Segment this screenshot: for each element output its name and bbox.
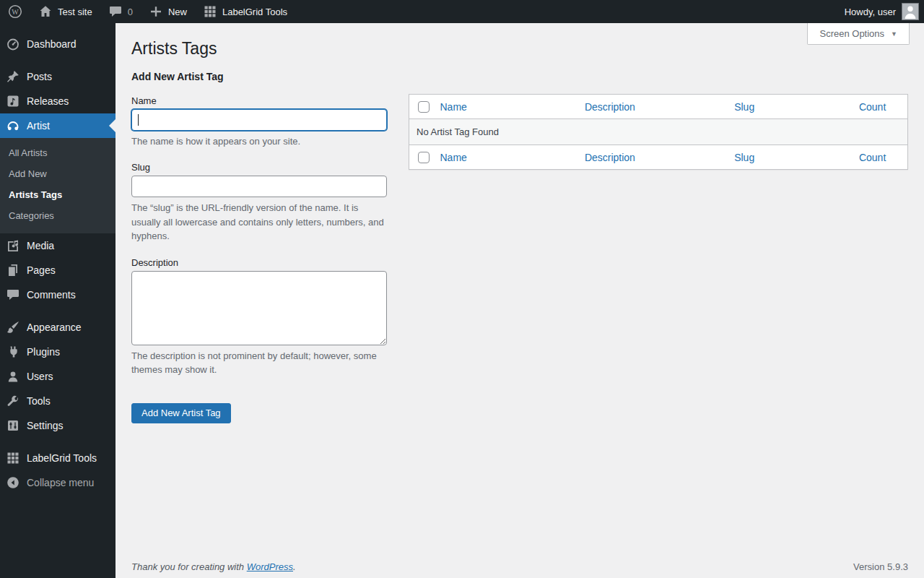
media-icon: [6, 238, 20, 253]
column-header-count: Count: [852, 145, 908, 170]
pin-icon: [6, 69, 20, 84]
wordpress-link[interactable]: WordPress: [247, 561, 293, 572]
sidebar-item-settings[interactable]: Settings: [0, 413, 116, 438]
column-header-description: Description: [578, 94, 727, 118]
account-menu[interactable]: Howdy, user: [845, 0, 924, 23]
plus-icon: [149, 4, 163, 19]
sidebar-item-appearance[interactable]: Appearance: [0, 315, 116, 340]
menu-separator: [0, 56, 116, 64]
appearance-icon: [6, 320, 20, 335]
sidebar-item-posts[interactable]: Posts: [0, 64, 116, 89]
select-all-checkbox[interactable]: [418, 101, 430, 113]
slug-input[interactable]: [131, 176, 387, 197]
sidebar-item-comments[interactable]: Comments: [0, 282, 116, 307]
chevron-down-icon: ▼: [891, 30, 897, 38]
tags-table-container: NameDescriptionSlugCountNo Artist Tag Fo…: [409, 71, 908, 423]
select-all-cell: [409, 145, 433, 170]
wordpress-icon: W: [8, 4, 22, 19]
sidebar-submenu: All ArtistsAdd NewArtists TagsCategories: [0, 138, 116, 233]
form-heading: Add New Artist Tag: [131, 71, 387, 82]
sidebar-item-tools[interactable]: Tools: [0, 389, 116, 413]
column-header-slug: Slug: [727, 145, 852, 170]
sidebar-item-pages[interactable]: Pages: [0, 258, 116, 282]
add-new-artist-tag-button[interactable]: Add New Artist Tag: [131, 403, 231, 423]
table-foot-row: NameDescriptionSlugCount: [409, 145, 908, 170]
tags-table: NameDescriptionSlugCountNo Artist Tag Fo…: [409, 94, 908, 171]
page-columns: Add New Artist Tag Name The name is how …: [131, 71, 908, 423]
admin-sidebar: DashboardPostsReleasesArtistAll ArtistsA…: [0, 23, 116, 578]
howdy-text: Howdy, user: [845, 7, 896, 17]
select-all-cell: [409, 94, 433, 118]
plugins-icon: [6, 345, 20, 359]
description-field-group: Description The description is not promi…: [131, 257, 387, 377]
sidebar-item-dashboard[interactable]: Dashboard: [0, 32, 116, 56]
comment-icon: [108, 4, 123, 19]
sidebar-item-collapse-menu[interactable]: Collapse menu: [0, 470, 116, 495]
select-all-checkbox[interactable]: [418, 152, 430, 163]
sidebar-item-releases[interactable]: Releases: [0, 89, 116, 113]
name-field-group: Name The name is how it appears on your …: [131, 95, 387, 149]
comment-icon: [6, 288, 20, 302]
admin-footer: Thank you for creating with WordPress. V…: [131, 561, 908, 572]
adminbar-new-content[interactable]: New: [141, 0, 195, 23]
name-help-text: The name is how it appears on your site.: [131, 134, 387, 149]
column-header-count: Count: [852, 94, 908, 118]
column-header-name: Name: [433, 94, 578, 118]
sidebar-item-media[interactable]: Media: [0, 233, 116, 258]
home-icon: [38, 4, 53, 19]
headphones-icon: [6, 118, 20, 133]
sidebar-subitem-categories[interactable]: Categories: [0, 205, 116, 226]
footer-thanks: Thank you for creating with WordPress.: [131, 561, 296, 572]
screen-options-button[interactable]: Screen Options ▼: [807, 23, 910, 45]
column-header-description: Description: [578, 145, 727, 170]
slug-label: Slug: [131, 162, 387, 173]
name-input[interactable]: [131, 109, 387, 131]
menu-separator: [0, 307, 116, 315]
adminbar-wp-logo[interactable]: W: [0, 0, 30, 23]
text-cursor: [138, 114, 139, 126]
column-header-slug: Slug: [727, 94, 852, 118]
menu-separator: [0, 438, 116, 446]
sidebar-item-users[interactable]: Users: [0, 364, 116, 389]
users-icon: [6, 369, 20, 384]
tools-icon: [6, 394, 20, 408]
sidebar-item-labelgrid-tools[interactable]: LabelGrid Tools: [0, 446, 116, 470]
adminbar-comments[interactable]: 0: [100, 0, 141, 23]
settings-icon: [6, 418, 20, 433]
dashboard-icon: [6, 37, 20, 51]
version-text: Version 5.9.3: [853, 561, 908, 572]
sidebar-subitem-artists-tags[interactable]: Artists Tags: [0, 184, 116, 205]
grid-icon: [6, 451, 20, 465]
description-help-text: The description is not prominent by defa…: [131, 349, 387, 377]
page-title: Artists Tags: [131, 23, 908, 60]
add-tag-form: Add New Artist Tag Name The name is how …: [131, 71, 387, 423]
music-icon: [6, 94, 20, 108]
name-label: Name: [131, 95, 387, 106]
sidebar-item-artist[interactable]: Artist: [0, 113, 116, 138]
description-textarea[interactable]: [131, 271, 387, 345]
adminbar-site-name[interactable]: Test site: [30, 0, 100, 23]
screen-options-label: Screen Options: [819, 28, 884, 39]
user-avatar-icon: [902, 3, 919, 20]
table-empty-row: No Artist Tag Found: [409, 119, 908, 145]
slug-help-text: The “slug” is the URL-friendly version o…: [131, 201, 387, 243]
empty-message: No Artist Tag Found: [409, 119, 908, 145]
adminbar-labelgrid-tools[interactable]: LabelGrid Tools: [195, 0, 295, 23]
svg-text:W: W: [12, 8, 19, 16]
sidebar-subitem-add-new[interactable]: Add New: [0, 163, 116, 184]
admin-bar-left: WTest site0NewLabelGrid Tools: [0, 0, 295, 23]
main-content: Screen Options ▼ Artists Tags Add New Ar…: [116, 23, 924, 578]
sidebar-subitem-all-artists[interactable]: All Artists: [0, 142, 116, 163]
grid-icon: [203, 4, 217, 19]
pages-icon: [6, 263, 20, 277]
sidebar-item-plugins[interactable]: Plugins: [0, 340, 116, 364]
table-head-row: NameDescriptionSlugCount: [409, 94, 908, 118]
column-header-name: Name: [433, 145, 578, 170]
collapse-icon: [6, 475, 20, 490]
admin-bar: WTest site0NewLabelGrid Tools Howdy, use…: [0, 0, 924, 23]
description-label: Description: [131, 257, 387, 268]
slug-field-group: Slug The “slug” is the URL-friendly vers…: [131, 162, 387, 243]
